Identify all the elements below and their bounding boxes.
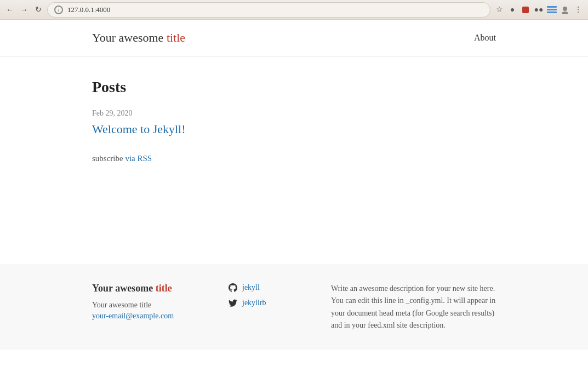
site-title-link[interactable]: Your awesome title xyxy=(92,31,185,45)
post-title-link[interactable]: Welcome to Jekyll! xyxy=(92,122,186,136)
footer-title-highlight: title xyxy=(156,283,172,294)
about-link[interactable]: About xyxy=(474,33,496,42)
site-title-highlight: title xyxy=(167,31,185,44)
menu-icon[interactable]: ⋮ xyxy=(573,4,584,15)
url-text: 127.0.0.1:4000 xyxy=(67,5,110,14)
footer-inner: Your awesome title Your awesome title yo… xyxy=(92,283,496,332)
github-icon xyxy=(228,283,238,293)
twitter-icon xyxy=(228,298,238,308)
svg-rect-0 xyxy=(522,7,529,13)
svg-rect-3 xyxy=(547,12,557,13)
profile-icon[interactable] xyxy=(560,4,570,15)
svg-rect-1 xyxy=(547,6,557,8)
footer-description: Write an awesome description for your ne… xyxy=(331,283,496,332)
site-navigation: Your awesome title About xyxy=(0,20,588,56)
posts-heading: Posts xyxy=(92,78,496,96)
rss-subscribe: subscribe via RSS xyxy=(92,154,496,163)
back-button[interactable]: ← xyxy=(4,4,15,15)
svg-point-5 xyxy=(562,12,568,14)
footer-contact-email: your-email@example.com xyxy=(92,312,202,321)
footer-github-item: jekyll xyxy=(228,283,305,293)
svg-point-4 xyxy=(563,7,567,11)
svg-rect-2 xyxy=(547,9,557,10)
extension3-icon[interactable] xyxy=(546,4,557,15)
footer-contact-name: Your awesome title xyxy=(92,301,202,310)
rss-link[interactable]: via RSS xyxy=(125,154,152,163)
bookmark-icon[interactable]: ☆ xyxy=(494,4,505,15)
browser-toolbar-icons: ☆ ● ●● ⋮ xyxy=(494,4,584,15)
footer-links: jekyll jekyllrb xyxy=(228,283,305,313)
post-title: Welcome to Jekyll! xyxy=(92,122,496,136)
nav-links: About xyxy=(474,33,496,43)
forward-button[interactable]: → xyxy=(19,4,30,15)
jekyllrb-link[interactable]: jekyllrb xyxy=(242,299,266,307)
footer-title: Your awesome title xyxy=(92,283,202,294)
history-icon[interactable]: ● xyxy=(507,4,518,15)
extension2-icon[interactable]: ●● xyxy=(533,4,544,15)
main-content: Posts Feb 29, 2020 Welcome to Jekyll! su… xyxy=(0,56,588,265)
post-date: Feb 29, 2020 xyxy=(92,109,496,118)
address-bar[interactable]: i 127.0.0.1:4000 xyxy=(47,2,490,18)
footer-twitter-item: jekyllrb xyxy=(228,298,305,308)
footer-left: Your awesome title Your awesome title yo… xyxy=(92,283,202,323)
footer-title-part1: Your awesome xyxy=(92,283,156,294)
reload-button[interactable]: ↻ xyxy=(33,4,44,15)
rss-subscribe-text: subscribe xyxy=(92,154,123,163)
jekyll-link[interactable]: jekyll xyxy=(242,283,260,292)
site-title-part1: Your awesome xyxy=(92,31,167,44)
site-footer: Your awesome title Your awesome title yo… xyxy=(0,265,588,350)
footer-email-link[interactable]: your-email@example.com xyxy=(92,312,174,320)
security-icon: i xyxy=(54,5,63,14)
browser-toolbar: ← → ↻ i 127.0.0.1:4000 ☆ ● ●● ⋮ xyxy=(0,0,588,20)
extension1-icon[interactable] xyxy=(520,4,531,15)
